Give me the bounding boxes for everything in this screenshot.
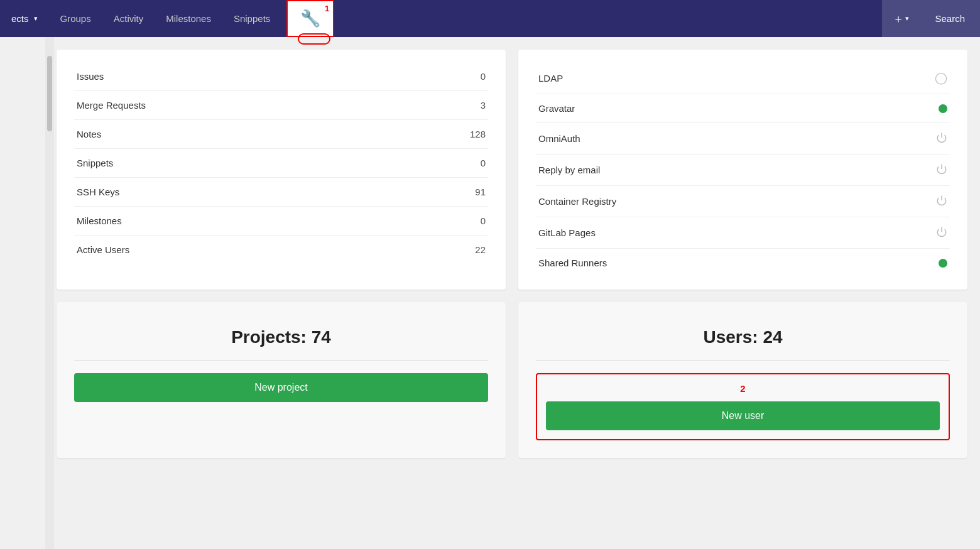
nav-snippets[interactable]: Snippets <box>222 0 281 37</box>
stat-label: Snippets <box>74 149 398 178</box>
nav-projects-label: ects <box>11 13 29 24</box>
stat-value: 128 <box>398 120 488 149</box>
projects-card: Projects: 74 New project <box>57 302 506 458</box>
feature-label: LDAP <box>538 73 563 84</box>
admin-wrench-button[interactable]: 🔧 1 <box>286 0 334 37</box>
stat-label: Merge Requests <box>74 91 398 120</box>
feature-label: Container Registry <box>538 196 616 207</box>
top-nav: ects ▾ Groups Activity Milestones Snippe… <box>0 0 980 37</box>
list-item: Shared Runners <box>536 249 950 277</box>
list-item: OmniAuth <box>536 123 950 155</box>
features-list: LDAP ◯ Gravatar OmniAuth Reply by email <box>536 62 950 277</box>
bottom-cards-row: Projects: 74 New project Users: 24 2 New… <box>57 302 967 458</box>
power-icon <box>936 132 947 145</box>
table-row: Snippets 0 <box>74 149 488 178</box>
list-item: Reply by email <box>536 155 950 186</box>
table-row: SSH Keys 91 <box>74 178 488 207</box>
power-icon <box>936 195 947 208</box>
stat-label: Notes <box>74 120 398 149</box>
table-row: Merge Requests 3 <box>74 91 488 120</box>
feature-label: GitLab Pages <box>538 227 596 238</box>
feature-label: Reply by email <box>538 165 600 175</box>
annotation-1: 1 <box>325 4 329 13</box>
users-divider <box>536 360 950 361</box>
nav-activity[interactable]: Activity <box>102 0 155 37</box>
status-off-icon: ◯ <box>935 71 947 85</box>
features-card: LDAP ◯ Gravatar OmniAuth Reply by email <box>518 50 967 290</box>
search-button[interactable]: Search <box>920 0 980 37</box>
users-card: Users: 24 2 New user <box>518 302 967 458</box>
new-user-button[interactable]: New user <box>546 401 940 430</box>
stat-value: 3 <box>398 91 488 120</box>
list-item: LDAP ◯ <box>536 62 950 94</box>
stats-card: Issues 0 Merge Requests 3 Notes 128 Snip… <box>57 50 506 290</box>
list-item: Container Registry <box>536 186 950 217</box>
stat-label: Issues <box>74 62 398 91</box>
stat-label: Active Users <box>74 236 398 264</box>
plus-icon: ＋ <box>893 11 904 26</box>
chevron-down-icon: ▾ <box>905 14 909 23</box>
list-item: GitLab Pages <box>536 217 950 249</box>
main-content: Issues 0 Merge Requests 3 Notes 128 Snip… <box>0 37 980 470</box>
stat-label: Milestones <box>74 207 398 236</box>
red-oval-annotation <box>298 33 330 45</box>
nav-right: ＋ ▾ Search <box>882 0 980 37</box>
sidebar-scrollbar <box>45 37 54 470</box>
nav-projects[interactable]: ects ▾ <box>0 0 49 37</box>
projects-divider <box>74 360 488 361</box>
table-row: Milestones 0 <box>74 207 488 236</box>
users-title: Users: 24 <box>703 327 782 347</box>
nav-milestones[interactable]: Milestones <box>155 0 222 37</box>
projects-title: Projects: 74 <box>231 327 331 347</box>
annotation-2: 2 <box>740 383 745 394</box>
table-row: Issues 0 <box>74 62 488 91</box>
new-user-annotation-box: 2 New user <box>536 373 950 440</box>
status-green-icon <box>939 259 947 268</box>
stat-value: 0 <box>398 207 488 236</box>
feature-label: OmniAuth <box>538 133 580 144</box>
table-row: Active Users 22 <box>74 236 488 264</box>
power-icon <box>936 163 947 177</box>
top-cards-row: Issues 0 Merge Requests 3 Notes 128 Snip… <box>57 50 967 290</box>
stat-value: 22 <box>398 236 488 264</box>
list-item: Gravatar <box>536 94 950 123</box>
stat-value: 0 <box>398 149 488 178</box>
scrollbar-thumb <box>47 56 52 131</box>
table-row: Notes 128 <box>74 120 488 149</box>
stats-table: Issues 0 Merge Requests 3 Notes 128 Snip… <box>74 62 488 264</box>
stat-label: SSH Keys <box>74 178 398 207</box>
stat-value: 91 <box>398 178 488 207</box>
nav-items: ects ▾ Groups Activity Milestones Snippe… <box>0 0 334 37</box>
stat-value: 0 <box>398 62 488 91</box>
feature-label: Shared Runners <box>538 258 607 268</box>
new-project-button[interactable]: New project <box>74 373 488 402</box>
power-icon <box>936 226 947 239</box>
status-green-icon <box>939 104 947 113</box>
wrench-icon: 🔧 <box>300 9 320 28</box>
chevron-down-icon: ▾ <box>34 14 38 23</box>
new-item-button[interactable]: ＋ ▾ <box>882 0 920 37</box>
feature-label: Gravatar <box>538 103 575 114</box>
nav-groups[interactable]: Groups <box>49 0 102 37</box>
